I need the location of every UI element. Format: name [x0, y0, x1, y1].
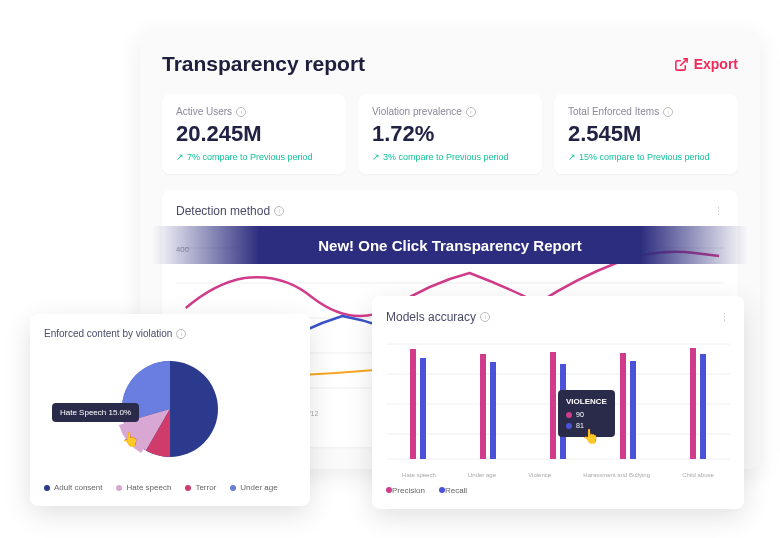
- stat-enforced-items: Total Enforced Itemsi 2.545M ↗ 15% compa…: [554, 94, 738, 174]
- page-title: Transparency report: [162, 52, 365, 76]
- stat-trend: ↗ 15% compare to Previous period: [568, 152, 724, 162]
- stat-trend: ↗ 7% compare to Previous period: [176, 152, 332, 162]
- svg-rect-15: [490, 362, 496, 459]
- more-menu-icon[interactable]: ⋯: [713, 206, 724, 217]
- svg-rect-13: [420, 358, 426, 459]
- pie-chart: Hate Speech 15.0% 👆: [44, 349, 296, 469]
- info-icon[interactable]: i: [236, 107, 246, 117]
- bar-legend: Precision Recall: [386, 486, 730, 495]
- legend-item: Recall: [439, 486, 467, 495]
- bar-card: Models accuracyi ⋯ VIOLENCE 90 81 👆 Hate…: [372, 296, 744, 509]
- tooltip-row: 90: [566, 410, 607, 421]
- stat-value: 20.245M: [176, 121, 332, 147]
- promo-banner: New! One Click Transparency Report: [152, 226, 748, 264]
- svg-rect-14: [480, 354, 486, 459]
- stat-label: Violation prevalencei: [372, 106, 528, 117]
- section-title: Detection methodi: [176, 204, 284, 218]
- tooltip-title: VIOLENCE: [566, 396, 607, 408]
- more-menu-icon[interactable]: ⋯: [719, 312, 730, 323]
- legend-item: Hate speech: [116, 483, 171, 492]
- bar-group: [480, 354, 496, 459]
- info-icon[interactable]: i: [274, 206, 284, 216]
- info-icon[interactable]: i: [466, 107, 476, 117]
- stat-violation-prevalence: Violation prevalencei 1.72% ↗ 3% compare…: [358, 94, 542, 174]
- info-icon[interactable]: i: [176, 329, 186, 339]
- pie-title: Enforced content by violationi: [44, 328, 296, 339]
- pie-legend: Adult consent Hate speech Terror Under a…: [44, 483, 296, 492]
- export-icon: [674, 57, 689, 72]
- stat-value: 1.72%: [372, 121, 528, 147]
- bar-x-labels: Hate speechUnder ageViolenceHarassment a…: [386, 472, 730, 478]
- bar-header: Models accuracyi ⋯: [386, 310, 730, 324]
- svg-rect-20: [690, 348, 696, 459]
- bar-title: Models accuracyi: [386, 310, 490, 324]
- stat-trend: ↗ 3% compare to Previous period: [372, 152, 528, 162]
- legend-item: Adult consent: [44, 483, 102, 492]
- pie-card: Enforced content by violationi Hate Spee…: [30, 314, 310, 506]
- stat-value: 2.545M: [568, 121, 724, 147]
- stat-label: Active Usersi: [176, 106, 332, 117]
- info-icon[interactable]: i: [480, 312, 490, 322]
- cursor-icon: 👆: [122, 431, 139, 447]
- cursor-icon: 👆: [582, 428, 599, 444]
- svg-rect-12: [410, 349, 416, 459]
- legend-item: Terror: [185, 483, 216, 492]
- svg-rect-21: [700, 354, 706, 459]
- svg-rect-19: [630, 361, 636, 459]
- section-header: Detection methodi ⋯: [176, 204, 724, 218]
- legend-item: Precision: [386, 486, 425, 495]
- bar-chart: VIOLENCE 90 81 👆: [386, 334, 730, 464]
- export-label: Export: [694, 56, 738, 72]
- svg-line-0: [680, 58, 687, 65]
- pie-tooltip: Hate Speech 15.0%: [52, 403, 139, 422]
- stat-active-users: Active Usersi 20.245M ↗ 7% compare to Pr…: [162, 94, 346, 174]
- info-icon[interactable]: i: [663, 107, 673, 117]
- legend-item: Under age: [230, 483, 277, 492]
- bar-group: [620, 353, 636, 459]
- stats-row: Active Usersi 20.245M ↗ 7% compare to Pr…: [162, 94, 738, 174]
- svg-rect-18: [620, 353, 626, 459]
- export-button[interactable]: Export: [674, 56, 738, 72]
- report-header: Transparency report Export: [162, 52, 738, 76]
- stat-label: Total Enforced Itemsi: [568, 106, 724, 117]
- svg-rect-16: [550, 352, 556, 459]
